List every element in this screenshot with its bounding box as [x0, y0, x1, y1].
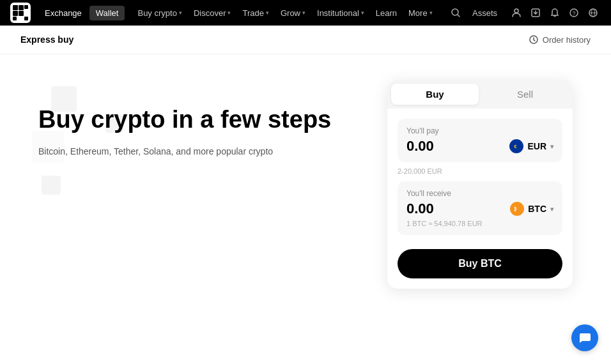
svg-rect-2: [19, 5, 24, 10]
buy-crypto-arrow: ▾: [179, 10, 182, 16]
svg-line-9: [458, 15, 460, 17]
more-arrow: ▾: [429, 10, 433, 16]
nav-institutional[interactable]: Institutional ▾: [312, 6, 369, 20]
discover-arrow: ▾: [228, 10, 231, 16]
pay-amount-input[interactable]: [406, 138, 483, 155]
receive-currency-arrow: ▾: [550, 206, 553, 213]
grow-arrow: ▾: [302, 10, 306, 16]
card-body: You'll pay € EUR ▾: [387, 109, 573, 289]
pay-currency-label: EUR: [527, 141, 546, 151]
chat-icon: [578, 331, 592, 345]
main-content: Buy crypto in a few steps Bitcoin, Ether…: [0, 54, 611, 361]
download-button[interactable]: [528, 5, 543, 20]
tab-exchange[interactable]: Exchange: [38, 6, 88, 20]
svg-rect-4: [19, 11, 24, 16]
svg-point-10: [514, 9, 518, 13]
btc-flag-icon: ₿: [513, 204, 522, 213]
eur-flag-icon: €: [512, 142, 521, 151]
buy-btc-button[interactable]: Buy BTC: [398, 249, 562, 278]
assets-button[interactable]: Assets: [467, 6, 505, 20]
svg-rect-6: [24, 17, 28, 20]
navbar: Exchange Wallet Buy crypto ▾ Discover ▾ …: [0, 0, 611, 26]
tab-sell[interactable]: Sell: [481, 84, 569, 105]
receive-currency-select[interactable]: ₿ BTC ▾: [510, 202, 553, 216]
hero-title: Buy crypto in a few steps: [38, 105, 349, 135]
nav-right-icons: Assets ?: [448, 5, 601, 20]
search-icon: [451, 8, 461, 18]
svg-text:?: ?: [573, 10, 576, 17]
hero-section: Buy crypto in a few steps Bitcoin, Ether…: [38, 80, 349, 361]
pay-currency-arrow: ▾: [550, 143, 553, 150]
svg-text:₿: ₿: [514, 206, 516, 211]
express-buy-title: Express buy: [20, 34, 73, 45]
chat-support-button[interactable]: [571, 324, 598, 351]
download-icon: [530, 8, 541, 18]
search-button[interactable]: [448, 5, 463, 20]
tab-buy[interactable]: Buy: [391, 84, 479, 105]
help-button[interactable]: ?: [566, 5, 582, 20]
hero-subtitle: Bitcoin, Ethereum, Tether, Solana, and m…: [38, 145, 349, 158]
pay-label: You'll pay: [406, 126, 553, 135]
btc-flag: ₿: [510, 202, 524, 216]
svg-rect-7: [13, 17, 17, 20]
pay-input-row: € EUR ▾: [406, 138, 553, 155]
receive-amount-input[interactable]: [406, 201, 483, 217]
pay-currency-select[interactable]: € EUR ▾: [509, 139, 553, 153]
nav-buy-crypto[interactable]: Buy crypto ▾: [132, 6, 187, 20]
receive-currency-label: BTC: [528, 204, 546, 214]
buy-sell-card: Buy Sell You'll pay €: [387, 80, 573, 289]
okx-logo[interactable]: [10, 3, 31, 23]
order-history-button[interactable]: Order history: [529, 34, 591, 45]
nav-grow[interactable]: Grow ▾: [275, 6, 311, 20]
help-icon: ?: [569, 8, 579, 18]
user-icon: [511, 8, 522, 18]
globe-button[interactable]: [585, 5, 601, 20]
bell-button[interactable]: [547, 5, 562, 20]
receive-input-group[interactable]: You'll receive ₿ BTC ▾: [398, 181, 562, 235]
profile-button[interactable]: [509, 5, 524, 20]
buy-sell-tabs: Buy Sell: [387, 80, 573, 109]
receive-label: You'll receive: [406, 189, 553, 198]
receive-input-row: ₿ BTC ▾: [406, 201, 553, 217]
order-history-icon: [529, 34, 539, 45]
svg-text:€: €: [514, 144, 517, 149]
pay-hint: 2-20,000 EUR: [398, 167, 562, 175]
nav-exchange-wallet-tabs: Exchange Wallet: [38, 6, 125, 20]
buy-sell-card-container: Buy Sell You'll pay €: [387, 80, 573, 361]
bell-icon: [550, 8, 560, 18]
svg-rect-1: [13, 5, 18, 10]
globe-icon: [588, 8, 598, 18]
deco-square-4: [42, 176, 61, 195]
rate-hint: 1 BTC ≈ 54,940.78 EUR: [406, 220, 553, 227]
tab-wallet[interactable]: Wallet: [89, 6, 125, 20]
svg-rect-3: [13, 11, 18, 16]
institutional-arrow: ▾: [361, 10, 364, 16]
nav-more[interactable]: More ▾: [403, 6, 438, 20]
pay-input-group[interactable]: You'll pay € EUR ▾: [398, 119, 562, 162]
sub-header: Express buy Order history: [0, 26, 611, 54]
svg-rect-5: [24, 5, 28, 9]
nav-discover[interactable]: Discover ▾: [189, 6, 236, 20]
nav-items: Buy crypto ▾ Discover ▾ Trade ▾ Grow ▾ I…: [132, 6, 437, 20]
eur-flag: €: [509, 139, 523, 153]
nav-learn[interactable]: Learn: [371, 6, 402, 20]
trade-arrow: ▾: [266, 10, 269, 16]
nav-trade[interactable]: Trade ▾: [237, 6, 274, 20]
